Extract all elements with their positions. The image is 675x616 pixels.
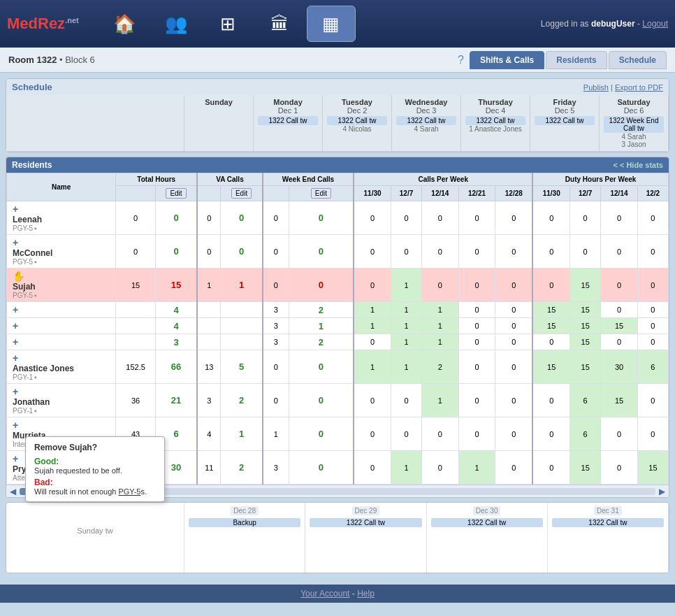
cpw-4: 0 <box>458 302 495 318</box>
resident-level: PGY-1 <box>13 373 112 381</box>
cpw-3: 2 <box>422 350 459 384</box>
th-th-edit: Edit <box>155 186 197 201</box>
tuesday-event[interactable]: 1322 Call tw <box>327 116 387 125</box>
th-dhpw2: 12/7 <box>570 186 601 201</box>
remove-tooltip: Remove Remove Sujah?Sujah? Good: Sujah r… <box>25 436 165 502</box>
table-row: + Jonathan PGY-1 36 21 3 2 0 0 00100 061… <box>7 384 669 417</box>
dhpw-2: 15 <box>570 302 601 318</box>
cpw-1: 0 <box>354 201 391 235</box>
sunday-tw-label: Sunday tw <box>9 527 181 535</box>
cpw-4: 0 <box>458 268 495 302</box>
dec30-event[interactable]: 1322 Call tw <box>431 518 543 527</box>
main-nav: 🏠 👥 ⊞ 🏛 ▦ <box>100 6 541 42</box>
va-calls-green: 2 <box>221 451 263 485</box>
add-resident-btn[interactable]: + <box>13 386 18 397</box>
dec31-event[interactable]: 1322 Call tw <box>552 518 664 527</box>
tab-residents[interactable]: Residents <box>546 51 607 69</box>
tooltip-title: Remove Remove Sujah?Sujah? <box>34 443 156 452</box>
saturday-date: Dec 6 <box>604 106 664 115</box>
scroll-left-arrow[interactable]: ◀ <box>8 487 18 496</box>
hide-stats-btn[interactable]: < < Hide stats <box>613 161 663 169</box>
edit-va-calls[interactable]: Edit <box>231 188 252 199</box>
add-resident-btn[interactable]: + <box>13 453 18 464</box>
thursday-event[interactable]: 1322 Call tw <box>465 116 525 125</box>
cpw-3: 1 <box>422 334 459 350</box>
dhpw-1: 0 <box>532 268 569 302</box>
tab-schedule[interactable]: Schedule <box>609 51 667 69</box>
schedule-title: Schedule <box>12 82 52 92</box>
publish-link[interactable]: Publish <box>583 83 609 92</box>
weekend-calls-green: 2 <box>289 302 354 318</box>
dhpw-2: 15 <box>570 318 601 334</box>
schedule-actions: Publish | Export to PDF <box>583 83 663 92</box>
add-resident-btn[interactable]: + <box>13 336 18 348</box>
add-resident-btn[interactable]: + <box>13 420 18 431</box>
export-link[interactable]: Export to PDF <box>615 83 663 92</box>
th-va-val <box>197 186 221 201</box>
cpw-4: 0 <box>458 384 495 417</box>
monday-event[interactable]: 1322 Call tw <box>258 116 318 125</box>
tooltip-good-text: Sujah requested to be off. <box>34 466 156 475</box>
bottom-dec29: Dec 29 1322 Call tw <box>305 503 426 573</box>
dhpw-3: 0 <box>601 417 638 451</box>
va-calls-val: 3 <box>197 384 221 417</box>
wednesday-label: Wednesday <box>396 98 456 106</box>
nav-calendar[interactable]: ▦ <box>307 6 356 42</box>
edit-total-hours[interactable]: Edit <box>166 188 186 199</box>
add-resident-btn[interactable]: + <box>13 237 18 248</box>
weekend-calls-green: 0 <box>289 201 354 235</box>
resident-name-cell-sujah: ✋ Sujah PGY-5 <box>7 268 116 302</box>
day-saturday: Saturday Dec 6 1322 Week End Call tw 4 S… <box>600 95 669 151</box>
cpw-5: 0 <box>495 451 532 485</box>
total-hours-val: 0 <box>116 235 156 268</box>
add-resident-btn[interactable]: + <box>13 304 18 315</box>
logo-net: .net <box>65 16 79 24</box>
friday-event[interactable]: 1322 Call tw <box>535 116 595 125</box>
friday-label: Friday <box>535 98 595 106</box>
schedule-header: Schedule Publish | Export to PDF <box>6 79 669 95</box>
weekend-calls-val: 0 <box>263 268 289 302</box>
dhpw-3: 0 <box>601 201 638 235</box>
wednesday-event[interactable]: 1322 Call tw <box>396 116 456 125</box>
dhpw-4: 0 <box>637 384 668 417</box>
add-resident-btn[interactable]: + <box>13 203 18 215</box>
resident-name-cell: + McConnel PGY-5 <box>7 235 116 268</box>
scroll-right-arrow[interactable]: ▶ <box>657 487 667 496</box>
add-resident-btn[interactable]: + <box>13 352 18 364</box>
total-hours-val <box>116 302 156 318</box>
dhpw-4: 15 <box>637 451 668 485</box>
total-hours-val <box>116 334 156 350</box>
help-link[interactable]: Help <box>357 589 375 599</box>
col-duty-hours: Duty Hours Per Week <box>532 173 668 186</box>
cpw-4: 0 <box>458 350 495 384</box>
nav-grid[interactable]: ⊞ <box>203 6 252 42</box>
saturday-event[interactable]: 1322 Week End Call tw <box>604 116 664 133</box>
logout-link[interactable]: Logout <box>642 19 668 29</box>
th-wc-val <box>263 186 289 201</box>
weekend-calls-green: 0 <box>289 268 354 302</box>
tab-shifts-calls[interactable]: Shifts & Calls <box>470 51 544 69</box>
dec29-event[interactable]: 1322 Call tw <box>310 518 421 527</box>
nav-home[interactable]: 🏠 <box>100 6 149 42</box>
tooltip-pgy-link[interactable]: PGY-5 <box>118 487 140 496</box>
cpw-1: 0 <box>354 334 391 350</box>
nav-building[interactable]: 🏛 <box>255 6 304 42</box>
friday-date: Dec 5 <box>535 106 595 115</box>
add-resident-btn[interactable]: + <box>13 320 18 331</box>
nav-users[interactable]: 👥 <box>152 6 201 42</box>
col-weekend-calls: Week End Calls <box>263 173 354 186</box>
th-th-val <box>116 186 156 201</box>
resident-level: PGY-5 <box>13 224 112 232</box>
saturday-label: Saturday <box>604 98 664 106</box>
your-account-link[interactable]: Your Account <box>300 589 349 599</box>
dec28-event[interactable]: Backup <box>189 518 300 527</box>
help-icon[interactable]: ? <box>458 54 464 66</box>
dhpw-2: 6 <box>570 417 601 451</box>
edit-weekend-calls[interactable]: Edit <box>311 188 331 199</box>
cpw-5: 0 <box>495 334 532 350</box>
bottom-dec30: Dec 30 1322 Call tw <box>427 503 548 573</box>
cpw-2: 1 <box>391 318 422 334</box>
col-name: Name <box>7 173 116 201</box>
tooltip-bad-text: Will result in not enough PGY-5s. <box>34 487 156 496</box>
add-resident-btn[interactable]: ✋ <box>13 271 24 282</box>
